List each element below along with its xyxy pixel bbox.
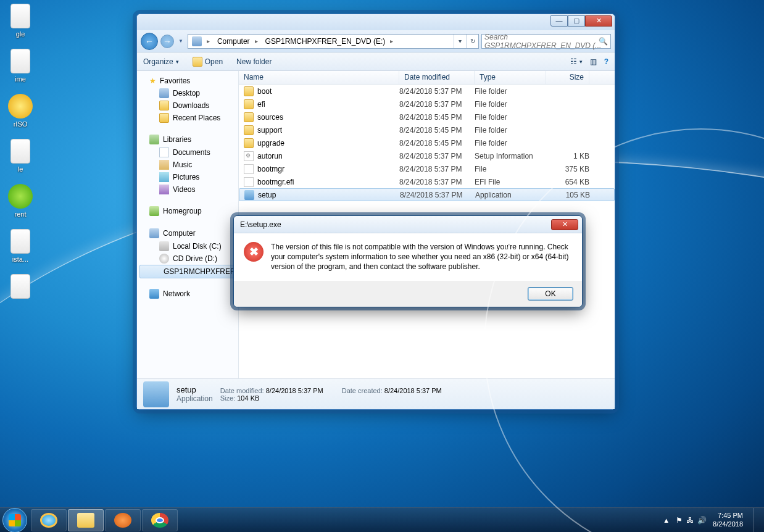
explorer-icon <box>77 513 94 528</box>
refresh-button[interactable]: ↻ <box>466 35 478 48</box>
show-desktop-button[interactable] <box>753 508 759 533</box>
sidebar-item-music[interactable]: Music <box>137 159 238 171</box>
sidebar-item-documents[interactable]: Documents <box>137 146 238 159</box>
search-placeholder: Search GSP1RMCHPXFRER_EN_DVD (... <box>484 33 608 50</box>
music-icon <box>159 160 169 170</box>
desktop-icon[interactable]: rent <box>2 184 39 218</box>
file-row[interactable]: upgrade8/24/2018 5:45 PMFile folder <box>239 136 615 149</box>
sidebar-item-pictures[interactable]: Pictures <box>137 171 238 183</box>
desktop-icon[interactable]: gle <box>2 4 39 38</box>
file-row[interactable]: sources8/24/2018 5:45 PMFile folder <box>239 110 615 123</box>
desktop-icon[interactable] <box>2 274 39 299</box>
breadcrumb-seg[interactable]: GSP1RMCHPXFRER_EN_DVD (E:) <box>262 36 397 47</box>
favorites-header[interactable]: ★Favorites <box>137 75 238 87</box>
search-input[interactable]: Search GSP1RMCHPXFRER_EN_DVD (... 🔍 <box>481 34 611 49</box>
folder-icon <box>244 125 254 135</box>
sidebar-item-videos[interactable]: Videos <box>137 183 238 196</box>
videos-icon <box>159 185 169 194</box>
file-row[interactable]: bootmgr.efi8/24/2018 5:37 PMEFI File654 … <box>239 175 615 188</box>
desktop-icon[interactable]: ista... <box>2 229 39 263</box>
maximize-button[interactable]: ▢ <box>568 15 585 27</box>
back-button[interactable]: ← <box>141 33 158 50</box>
volume-icon[interactable]: 🔊 <box>697 516 707 525</box>
sidebar-item-recent[interactable]: Recent Places <box>137 112 238 124</box>
help-button[interactable]: ? <box>604 57 608 66</box>
ok-button[interactable]: OK <box>528 287 573 301</box>
file-icon <box>244 177 254 187</box>
setup-app-icon <box>143 381 169 407</box>
preview-pane-button[interactable]: ▥ <box>590 57 597 66</box>
details-name: setup <box>176 385 213 394</box>
col-size[interactable]: Size <box>546 71 589 84</box>
folder-icon <box>244 99 254 109</box>
taskbar-chrome[interactable] <box>142 509 178 531</box>
system-tray: ▲ ⚑ 🖧 🔊 7:45 PM 8/24/2018 <box>663 508 762 533</box>
homegroup-header[interactable]: Homegroup <box>137 204 238 218</box>
open-icon <box>193 57 202 67</box>
file-row[interactable]: support8/24/2018 5:45 PMFile folder <box>239 123 615 136</box>
network-icon <box>149 289 159 299</box>
forward-button[interactable]: → <box>160 35 174 48</box>
titlebar[interactable]: — ▢ ✕ <box>137 14 615 30</box>
details-pane: setup Application Date modified: 8/24/20… <box>137 378 615 409</box>
taskbar-ie[interactable] <box>31 509 67 531</box>
minimize-button[interactable]: — <box>550 15 568 27</box>
sidebar-item-cddrive[interactable]: CD Drive (D:) <box>137 252 238 265</box>
action-center-icon[interactable]: ⚑ <box>676 516 683 525</box>
view-button[interactable]: ☷ <box>570 57 583 66</box>
error-dialog: E:\setup.exe ✕ ✖ The version of this fil… <box>233 215 583 307</box>
computer-icon <box>192 36 202 46</box>
explorer-window: — ▢ ✕ ← → ▼ Computer GSP1RMCHPXFRER_EN_D… <box>136 14 615 410</box>
nav-history-drop[interactable]: ▼ <box>176 38 185 44</box>
address-bar[interactable]: Computer GSP1RMCHPXFRER_EN_DVD (E:) ▾ ↻ <box>188 34 479 49</box>
documents-icon <box>159 148 169 157</box>
desktop-icon[interactable]: ime <box>2 49 39 83</box>
network-tray-icon[interactable]: 🖧 <box>686 516 694 525</box>
sidebar-item-localdisk[interactable]: Local Disk (C:) <box>137 240 238 252</box>
libraries-header[interactable]: Libraries <box>137 133 238 146</box>
dialog-titlebar[interactable]: E:\setup.exe ✕ <box>234 216 582 233</box>
address-drop[interactable]: ▾ <box>454 35 466 48</box>
organize-menu[interactable]: Organize <box>143 57 179 66</box>
file-row[interactable]: autorun8/24/2018 5:37 PMSetup Informatio… <box>239 149 615 162</box>
col-name[interactable]: Name <box>239 71 399 84</box>
show-hidden-icons[interactable]: ▲ <box>663 517 670 524</box>
details-type: Application <box>176 394 213 403</box>
desktop-icon[interactable]: le <box>2 139 39 173</box>
col-date[interactable]: Date modified <box>399 71 475 84</box>
folder-icon <box>244 138 254 148</box>
file-row[interactable]: boot8/24/2018 5:37 PMFile folder <box>239 85 615 98</box>
file-row[interactable]: setup8/24/2018 5:37 PMApplication105 KB <box>239 188 615 201</box>
open-button[interactable]: Open <box>193 57 223 67</box>
star-icon: ★ <box>149 77 156 85</box>
sidebar-item-dvd[interactable]: GSP1RMCHPXFRER_... <box>139 265 236 278</box>
pictures-icon <box>159 172 169 182</box>
sidebar-item-downloads[interactable]: Downloads <box>137 99 238 112</box>
file-row[interactable]: efi8/24/2018 5:37 PMFile folder <box>239 98 615 110</box>
cd-icon <box>159 254 169 264</box>
computer-icon <box>149 228 159 238</box>
taskbar: ▲ ⚑ 🖧 🔊 7:45 PM 8/24/2018 <box>0 507 764 532</box>
chrome-icon <box>151 513 168 528</box>
new-folder-button[interactable]: New folder <box>236 57 272 66</box>
taskbar-wmp[interactable] <box>105 509 141 531</box>
sidebar-item-desktop[interactable]: Desktop <box>137 87 238 99</box>
computer-header[interactable]: Computer <box>137 227 238 240</box>
toolbar: Organize Open New folder ☷ ▥ ? <box>137 52 615 71</box>
dialog-close-button[interactable]: ✕ <box>551 219 578 230</box>
folder-icon <box>244 86 254 96</box>
file-row[interactable]: bootmgr8/24/2018 5:37 PMFile375 KB <box>239 162 615 175</box>
app-icon <box>244 190 254 200</box>
folder-icon <box>244 112 254 122</box>
desktop-icon[interactable]: rISO <box>2 94 39 128</box>
dialog-title-text: E:\setup.exe <box>240 220 281 229</box>
network-header[interactable]: Network <box>137 287 238 301</box>
close-button[interactable]: ✕ <box>585 15 612 27</box>
taskbar-explorer[interactable] <box>68 509 104 531</box>
breadcrumb-seg[interactable]: Computer <box>214 36 262 47</box>
start-button[interactable] <box>2 508 27 533</box>
file-icon <box>244 164 254 174</box>
ie-icon <box>40 513 57 528</box>
clock[interactable]: 7:45 PM 8/24/2018 <box>713 512 743 529</box>
col-type[interactable]: Type <box>475 71 546 84</box>
